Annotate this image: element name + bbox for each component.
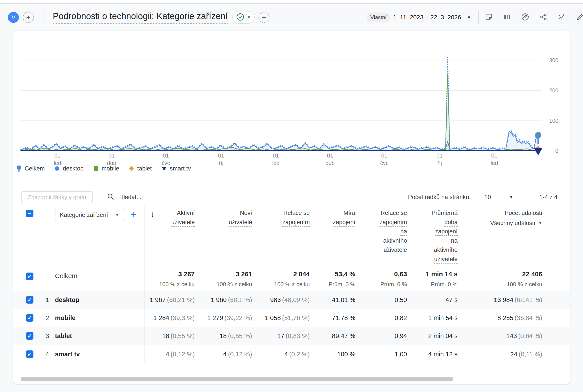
metric-cell: 47 s <box>407 291 458 309</box>
events-filter-selector[interactable]: Všechny události▼ <box>490 220 542 226</box>
metric-value: 17 <box>277 332 284 340</box>
y-axis-label: 300 <box>549 57 558 63</box>
metric-value: 13 984 <box>494 296 514 303</box>
chevron-down-icon: ▼ <box>115 212 119 217</box>
report-card: 010020030001led01dub01čvc01říj01led01dub… <box>13 31 570 384</box>
metric-cell: 13 984(62,41 %) <box>458 291 542 309</box>
date-preset-chip: Vlastní <box>368 12 390 22</box>
metric-cell: 1 960(60,1 %) <box>195 291 252 309</box>
metric-cell: 41,01 % <box>310 291 355 309</box>
legend-label: desktop <box>63 165 84 172</box>
chevron-down-icon: ▼ <box>538 221 542 226</box>
column-header-relace-se-zapojenim[interactable]: Relace sezapojením <box>252 206 310 265</box>
legend-item-desktop: desktop <box>54 165 84 172</box>
legend-label: mobile <box>102 165 119 172</box>
header-right-group: Vlastní 1. 11. 2023 – 22. 3. 2026 ▼ <box>368 10 583 24</box>
share-icon[interactable] <box>540 13 547 22</box>
rows-per-page-chevron-icon[interactable]: ▼ <box>509 195 514 200</box>
metric-percentage: (60,21 %) <box>167 296 195 303</box>
plot-rows-button[interactable]: Znázornit řádky v grafu <box>21 191 93 203</box>
metric-percentage: (0,2 %) <box>289 351 310 358</box>
comparison-icon[interactable] <box>503 13 511 22</box>
column-header-novi-uzivatele[interactable]: Novíuživatelé <box>195 206 252 265</box>
notes-icon[interactable] <box>485 13 493 22</box>
horizontal-scrollbar-thumb[interactable] <box>21 377 452 381</box>
table-row-smart-tv: ✓4smart tv4(0,12 %)4(0,12 %)4(0,2 %)100 … <box>13 345 570 363</box>
date-range-chevron-icon[interactable]: ▼ <box>467 15 471 20</box>
report-status-pill[interactable]: ▼ <box>232 11 254 24</box>
row-padding <box>542 291 570 309</box>
report-title[interactable]: Podrobnosti o technologii: Kategorie zař… <box>53 11 228 24</box>
traffic-line-chart: 010020030001led01dub01čvc01říj01led01dub… <box>13 31 570 176</box>
column-header-label: Relace se <box>283 210 310 217</box>
column-header-label: uživatelé <box>171 219 195 226</box>
search-input[interactable] <box>119 194 234 201</box>
totals-metric-cell: 22 406100 % z celku <box>458 265 542 290</box>
column-header-label: uživatelé <box>228 219 252 226</box>
metric-cell: 1,00 <box>355 345 407 363</box>
legend-label: Celkem <box>25 165 45 172</box>
add-report-button[interactable]: + <box>23 12 34 23</box>
avatar[interactable]: V <box>8 12 19 23</box>
insights-icon[interactable] <box>521 13 529 22</box>
x-axis-label: 01 <box>163 152 169 158</box>
legend-item-mobile: mobile <box>93 165 119 172</box>
dimension-selector[interactable]: Kategorie zařízení ▼ <box>55 209 124 221</box>
metric-cell: 0,94 <box>355 327 407 345</box>
select-all-checkbox[interactable]: − <box>26 210 34 217</box>
report-header: V + Podrobnosti o technologii: Kategorie… <box>0 4 583 31</box>
metric-percentage: (39,3 %) <box>170 314 195 322</box>
rows-per-page-label: Počet řádků na stránku: <box>408 194 470 200</box>
metric-value: 47 s <box>446 296 458 303</box>
add-secondary-dimension-button[interactable]: + <box>130 209 136 220</box>
metric-percentage: (0,55 %) <box>228 332 252 340</box>
column-header-label: zapojení <box>435 228 458 236</box>
column-header-pocet-udalosti[interactable]: Počet událostíVšechny události▼ <box>458 206 542 265</box>
column-header-mira-zapojeni[interactable]: Mírazapojení <box>310 206 355 265</box>
row-select-cell: ✓ <box>13 309 40 327</box>
column-header-label: zapojením <box>380 219 407 226</box>
y-axis-label: 200 <box>549 87 558 94</box>
metric-percentage: (0,12 %) <box>170 351 195 358</box>
column-header-label: Míra <box>344 210 355 217</box>
totals-subvalue: Prům. 0 % <box>329 281 355 288</box>
metric-cell: 4 min 12 s <box>407 345 458 363</box>
totals-metric-cell: 1 min 14 sPrům. 0 % <box>407 265 458 290</box>
row-padding <box>542 265 570 290</box>
table-body: ✓1desktop1 967(60,21 %)1 960(60,1 %)983(… <box>13 291 570 363</box>
row-index: 1 <box>40 291 55 309</box>
row-select-cell: ✓ <box>13 327 40 345</box>
column-header-prumerna-doba-zapojeni[interactable]: Průměrnádobazapojenínaaktivníhouživatele <box>407 206 458 265</box>
metric-cell: 1 284(39,3 %) <box>144 309 195 327</box>
totals-metric-cell: 53,4 %Prům. 0 % <box>310 265 355 290</box>
series-line-mobile <box>21 74 538 150</box>
rows-per-page-value[interactable]: 10 <box>484 194 491 200</box>
date-range[interactable]: 1. 11. 2023 – 22. 3. 2026 <box>393 14 461 21</box>
legend-label: smart tv <box>170 165 191 172</box>
header-divider <box>478 10 479 24</box>
column-header-relace-na-aktivniho-uzivatele[interactable]: Relace sezapojenímnaaktivníhouživatele <box>355 206 407 265</box>
end-marker-smart-tv <box>534 148 542 155</box>
metric-percentage: (0,83 %) <box>286 332 310 340</box>
x-axis-label: 01 <box>54 152 60 158</box>
totals-checkbox[interactable]: ✓ <box>26 272 34 280</box>
sort-descending-icon[interactable]: ↓ <box>151 210 155 219</box>
row-checkbox[interactable]: ✓ <box>26 296 34 304</box>
metric-value: 18 <box>162 332 169 340</box>
metric-value: 8 255 <box>498 314 514 322</box>
row-checkbox[interactable]: ✓ <box>26 332 34 340</box>
column-header-aktivni-uzivatele[interactable]: ↓Aktivníuživatelé <box>144 206 195 265</box>
metric-percentage: (60,1 %) <box>228 296 252 303</box>
add-comparison-button[interactable]: + <box>258 12 270 23</box>
sparkline-insights-icon[interactable] <box>558 13 566 22</box>
row-checkbox[interactable]: ✓ <box>26 350 34 358</box>
metric-value: 24 <box>510 351 517 358</box>
column-header-label: Průměrná <box>432 210 458 217</box>
table-totals-row: ✓ Celkem 3 267100 % z celku3 261100 % z … <box>13 265 570 291</box>
row-checkbox[interactable]: ✓ <box>26 314 34 322</box>
square-icon <box>93 165 99 172</box>
row-select-cell: ✓ <box>13 291 40 309</box>
select-all-cell: − <box>13 206 40 265</box>
circle-icon <box>54 165 60 172</box>
edit-icon[interactable] <box>576 13 583 22</box>
